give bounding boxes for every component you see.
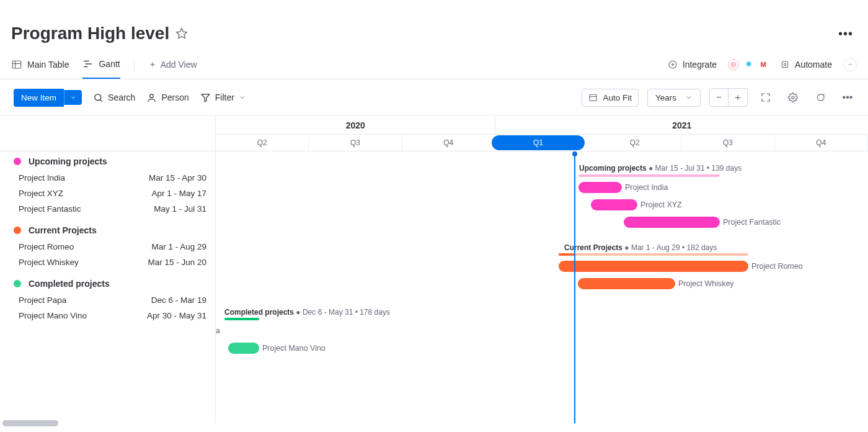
automate-button[interactable]: Automate: [780, 60, 832, 70]
list-item[interactable]: Project Whiskey Mar 15 - Jun 20: [0, 254, 215, 270]
gantt-bar[interactable]: [591, 199, 637, 210]
group-summary-label: Upcoming projects ● Mar 15 - Jul 31 • 13…: [579, 164, 742, 173]
gantt-bar-label: Project Fantastic: [723, 218, 781, 227]
filter-label: Filter: [215, 92, 234, 102]
gantt-bar[interactable]: [624, 217, 720, 228]
gantt-bar-label: Project Romeo: [751, 262, 803, 271]
gantt-right-pane[interactable]: 2020 2021 Q2 Q3 Q4 Q1 Q2 Q3 Q4 Q1 Upcomi…: [216, 116, 868, 423]
automate-label: Automate: [795, 60, 832, 70]
gantt-bar[interactable]: [228, 343, 259, 354]
item-daterange: Mar 15 - Apr 30: [149, 173, 206, 182]
svg-point-10: [95, 94, 101, 100]
integration-2-icon[interactable]: ✱: [743, 59, 754, 70]
svg-point-16: [792, 96, 794, 99]
tab-gantt[interactable]: Gantt: [82, 50, 120, 79]
timescale-dropdown[interactable]: Years: [647, 89, 701, 107]
gantt-bar[interactable]: [559, 261, 748, 272]
group-summary-bar[interactable]: [578, 174, 720, 177]
group-summary-bar[interactable]: [224, 318, 259, 320]
group-header-upcoming[interactable]: Upcoming projects: [0, 151, 215, 170]
list-item[interactable]: Project India Mar 15 - Apr 30: [0, 170, 215, 186]
group-header-completed[interactable]: Completed projects: [0, 270, 215, 292]
auto-fit-label: Auto Fit: [603, 93, 632, 102]
comment-button[interactable]: [811, 88, 830, 107]
tab-main-table[interactable]: Main Table: [11, 50, 69, 79]
item-name: Project Fantastic: [19, 204, 81, 214]
list-item[interactable]: Project Fantastic May 1 - Jul 31: [0, 201, 215, 217]
tab-gantt-label: Gantt: [99, 59, 120, 69]
list-item[interactable]: Project Romeo Mar 1 - Aug 29: [0, 239, 215, 254]
timescale-label: Years: [655, 93, 676, 102]
quarter-header: Q2 Q3 Q4 Q1 Q2 Q3 Q4 Q1: [216, 135, 868, 151]
svg-rect-8: [782, 61, 787, 67]
new-item-button[interactable]: New Item: [14, 89, 82, 107]
list-item[interactable]: Project Papa Dec 6 - Mar 19: [0, 292, 215, 308]
gantt-bar[interactable]: [578, 182, 622, 193]
quarter-label: Q3: [309, 135, 402, 151]
new-item-label[interactable]: New Item: [14, 89, 64, 107]
star-icon[interactable]: [175, 27, 188, 40]
list-item[interactable]: Project Mano Vino Apr 30 - May 31: [0, 308, 215, 323]
quarter-label: Q4: [775, 135, 868, 151]
gear-icon: [788, 92, 798, 102]
group-header-current[interactable]: Current Projects: [0, 217, 215, 239]
item-name: Project Romeo: [19, 242, 74, 251]
current-quarter-label: Q1: [533, 138, 543, 147]
zoom-in-button[interactable]: ＋: [728, 89, 747, 106]
gantt-icon: [82, 58, 94, 70]
board-more-icon[interactable]: •••: [838, 27, 853, 41]
item-name: Project Whiskey: [19, 258, 79, 267]
integration-3-icon[interactable]: M: [758, 59, 769, 70]
integration-1-icon[interactable]: ◎: [728, 59, 739, 70]
zoom-out-button[interactable]: −: [710, 89, 728, 106]
item-daterange: Mar 1 - Aug 29: [151, 242, 206, 251]
integrate-button[interactable]: Integrate: [668, 60, 717, 70]
item-name: Project Mano Vino: [19, 311, 87, 320]
tab-main-table-label: Main Table: [27, 60, 69, 70]
gantt-bar-label: Project Mano Vino: [262, 344, 326, 353]
search-button[interactable]: Search: [93, 92, 135, 103]
chat-icon: [815, 92, 825, 102]
group-dot: [14, 280, 21, 287]
truncated-bar-label: a: [216, 326, 220, 335]
list-item[interactable]: Project XYZ Apr 1 - May 17: [0, 186, 215, 201]
add-view-button[interactable]: ＋ Add View: [148, 59, 197, 70]
year-label: 2021: [495, 116, 868, 134]
svg-marker-0: [177, 29, 187, 38]
year-header: 2020 2021: [216, 116, 868, 135]
group-name: Completed projects: [29, 279, 110, 289]
auto-fit-icon: [588, 93, 598, 102]
search-icon: [93, 92, 104, 103]
current-quarter-chip[interactable]: Q1: [492, 135, 585, 150]
collapse-chevron-icon[interactable]: [843, 58, 857, 71]
gantt-bar-label: Project India: [625, 183, 668, 192]
group-summary-bar[interactable]: [559, 253, 748, 256]
auto-fit-button[interactable]: Auto Fit: [582, 89, 639, 107]
group-summary-bar-progress: [559, 253, 575, 256]
settings-button[interactable]: [784, 88, 802, 107]
today-marker-dot: [572, 151, 577, 156]
item-daterange: May 1 - Jul 31: [154, 204, 206, 214]
new-item-caret-icon[interactable]: [64, 90, 82, 105]
item-name: Project XYZ: [19, 189, 63, 198]
group-name: Upcoming projects: [29, 156, 107, 166]
svg-line-11: [100, 99, 102, 101]
integration-icons[interactable]: ◎ ✱ M: [728, 59, 769, 70]
item-name: Project India: [19, 173, 65, 182]
gantt-body[interactable]: Upcoming projects ● Mar 15 - Jul 31 • 13…: [216, 154, 868, 361]
svg-rect-1: [12, 61, 21, 68]
fullscreen-button[interactable]: [756, 88, 775, 107]
chevron-down-icon: [239, 94, 246, 101]
gantt-bar[interactable]: [578, 278, 675, 289]
today-marker-line: [574, 154, 575, 423]
more-button[interactable]: •••: [838, 88, 857, 107]
filter-button[interactable]: Filter: [200, 92, 246, 103]
gantt-left-pane: Upcoming projects Project India Mar 15 -…: [0, 116, 216, 423]
person-button[interactable]: Person: [146, 92, 188, 103]
group-summary-label: Completed projects ● Dec 6 - May 31 • 17…: [224, 308, 390, 317]
group-dot: [14, 158, 21, 165]
horizontal-scrollbar[interactable]: [2, 420, 58, 426]
item-daterange: Apr 30 - May 31: [147, 311, 206, 320]
person-label: Person: [161, 92, 188, 102]
integrate-label: Integrate: [683, 60, 717, 70]
